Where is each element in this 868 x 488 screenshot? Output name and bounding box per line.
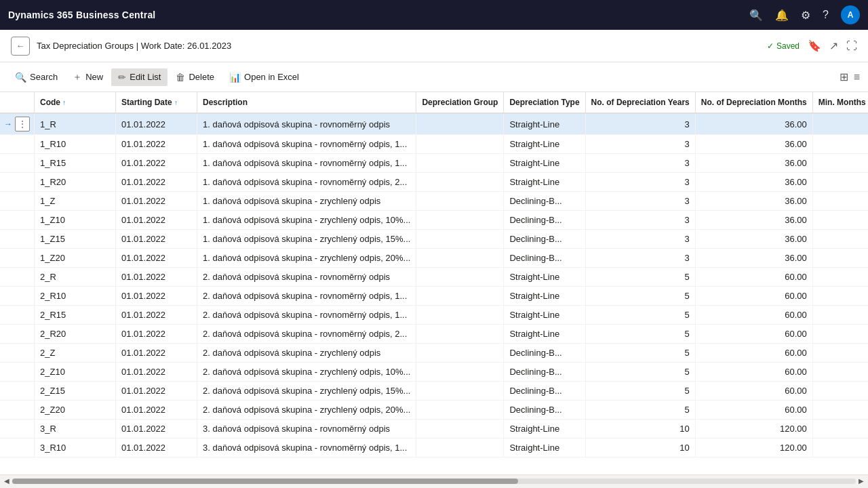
scroll-right-button[interactable]: ▶ (856, 477, 867, 485)
depreciation-group-cell (416, 420, 504, 439)
edit-list-label: Edit List (130, 72, 161, 82)
table-row[interactable]: 2_Z2001.01.20222. daňová odpisová skupin… (0, 401, 868, 420)
depreciation-months-cell: 120.00 (695, 439, 812, 458)
depreciation-years-cell: 5 (585, 306, 695, 325)
table-row[interactable]: 1_R1501.01.20221. daňová odpisová skupin… (0, 154, 868, 173)
open-in-excel-button[interactable]: 📊 Open in Excel (222, 68, 306, 86)
depreciation-group-cell (416, 249, 504, 268)
depreciation-years-cell: 3 (585, 230, 695, 249)
depreciation-years-cell: 3 (585, 249, 695, 268)
table-header-row: Code ↑ Starting Date ↑ Description Depre… (0, 92, 868, 113)
columns-icon[interactable]: ≡ (854, 71, 860, 83)
no-of-depreciation-months-header[interactable]: No. of Depreciation Months (695, 92, 812, 113)
depreciation-type-header[interactable]: Depreciation Type (504, 92, 585, 113)
starting-date-cell: 01.01.2022 (116, 113, 197, 135)
table-row[interactable]: 3_R1001.01.20223. daňová odpisová skupin… (0, 439, 868, 458)
depreciation-type-cell: Straight-Line (504, 135, 585, 154)
description-cell: 1. daňová odpisová skupina - rovnoměrný … (197, 113, 416, 135)
depreciation-years-cell: 5 (585, 401, 695, 420)
depreciation-years-cell: 5 (585, 287, 695, 306)
trash-icon: 🗑 (176, 72, 185, 83)
depreciation-years-cell: 3 (585, 154, 695, 173)
search-button[interactable]: 🔍 Search (8, 68, 64, 86)
search-icon: 🔍 (15, 72, 26, 83)
min-months-after-appreciation-cell (812, 249, 868, 268)
table-row[interactable]: 1_Z2001.01.20221. daňová odpisová skupin… (0, 249, 868, 268)
back-button[interactable]: ← (11, 37, 30, 56)
scroll-thumb[interactable] (12, 479, 518, 484)
depreciation-months-cell: 60.00 (695, 268, 812, 287)
row-indicator-cell (0, 382, 35, 401)
table-row[interactable]: 1_R2001.01.20221. daňová odpisová skupin… (0, 173, 868, 192)
saved-indicator: ✓ Saved (767, 41, 800, 51)
depreciation-group-header[interactable]: Depreciation Group (416, 92, 504, 113)
code-cell: 2_R15 (35, 306, 116, 325)
table-row[interactable]: 2_Z01.01.20222. daňová odpisová skupina … (0, 344, 868, 363)
table-row[interactable]: 1_Z01.01.20221. daňová odpisová skupina … (0, 192, 868, 211)
table-row[interactable]: 3_R01.01.20223. daňová odpisová skupina … (0, 420, 868, 439)
row-indicator-cell (0, 439, 35, 458)
code-header[interactable]: Code ↑ (35, 92, 116, 113)
share-icon[interactable]: ↗ (829, 39, 838, 52)
new-button[interactable]: ＋ New (66, 68, 110, 87)
starting-date-cell: 01.01.2022 (116, 439, 197, 458)
table-row[interactable]: 2_Z1501.01.20222. daňová odpisová skupin… (0, 382, 868, 401)
depreciation-months-cell: 36.00 (695, 192, 812, 211)
search-icon[interactable]: 🔍 (749, 9, 763, 22)
row-menu-button[interactable]: ⋮ (15, 117, 30, 131)
expand-icon[interactable]: ⛶ (846, 40, 857, 52)
table-container[interactable]: Code ↑ Starting Date ↑ Description Depre… (0, 92, 868, 474)
scroll-track[interactable] (12, 479, 856, 484)
code-cell: 2_Z20 (35, 401, 116, 420)
filter-icon[interactable]: ⊞ (840, 70, 848, 83)
scroll-left-button[interactable]: ◀ (1, 477, 12, 485)
row-indicator-cell (0, 268, 35, 287)
depreciation-months-cell: 60.00 (695, 344, 812, 363)
code-cell: 2_R (35, 268, 116, 287)
row-indicator-cell (0, 249, 35, 268)
saved-label: Saved (776, 41, 800, 51)
starting-date-cell: 01.01.2022 (116, 135, 197, 154)
depreciation-months-cell: 36.00 (695, 113, 812, 135)
min-months-after-appreciation-cell (812, 154, 868, 173)
table-row[interactable]: 2_Z1001.01.20222. daňová odpisová skupin… (0, 363, 868, 382)
row-indicator-cell (0, 306, 35, 325)
horizontal-scrollbar[interactable]: ◀ ▶ (0, 474, 868, 487)
depreciation-months-cell: 60.00 (695, 306, 812, 325)
table-row[interactable]: 2_R1001.01.20222. daňová odpisová skupin… (0, 287, 868, 306)
min-months-after-appreciation-cell (812, 363, 868, 382)
description-header[interactable]: Description (197, 92, 416, 113)
depreciation-type-cell: Straight-Line (504, 439, 585, 458)
depreciation-group-cell (416, 113, 504, 135)
description-cell: 2. daňová odpisová skupina - rovnoměrný … (197, 325, 416, 344)
table-row[interactable]: 1_Z1001.01.20221. daňová odpisová skupin… (0, 211, 868, 230)
table-row[interactable]: 2_R01.01.20222. daňová odpisová skupina … (0, 268, 868, 287)
new-label: New (85, 72, 103, 82)
sort-indicator-date: ↑ (174, 99, 178, 106)
edit-list-button[interactable]: ✏ Edit List (111, 68, 167, 86)
row-indicator-cell (0, 173, 35, 192)
depreciation-type-cell: Straight-Line (504, 420, 585, 439)
depreciation-group-cell (416, 135, 504, 154)
table-row[interactable]: 1_Z1501.01.20221. daňová odpisová skupin… (0, 230, 868, 249)
min-months-after-appreciation-cell (812, 420, 868, 439)
table-row[interactable]: →⋮1_R01.01.20221. daňová odpisová skupin… (0, 113, 868, 135)
depreciation-group-cell (416, 287, 504, 306)
row-indicator-cell (0, 287, 35, 306)
table-row[interactable]: 2_R1501.01.20222. daňová odpisová skupin… (0, 306, 868, 325)
code-cell: 2_Z15 (35, 382, 116, 401)
bookmark-icon[interactable]: 🔖 (808, 39, 821, 52)
delete-button[interactable]: 🗑 Delete (169, 68, 221, 86)
min-months-after-appreciation-header[interactable]: Min. Months After Appreciation (812, 92, 868, 113)
no-of-depreciation-years-header[interactable]: No. of Depreciation Years (585, 92, 695, 113)
starting-date-cell: 01.01.2022 (116, 211, 197, 230)
table-row[interactable]: 2_R2001.01.20222. daňová odpisová skupin… (0, 325, 868, 344)
starting-date-header[interactable]: Starting Date ↑ (116, 92, 197, 113)
help-icon[interactable]: ? (823, 9, 829, 21)
description-cell: 2. daňová odpisová skupina - rovnoměrný … (197, 268, 416, 287)
avatar[interactable]: A (841, 5, 860, 24)
settings-icon[interactable]: ⚙ (801, 9, 810, 22)
depreciation-months-cell: 36.00 (695, 135, 812, 154)
table-row[interactable]: 1_R1001.01.20221. daňová odpisová skupin… (0, 135, 868, 154)
bell-icon[interactable]: 🔔 (775, 9, 789, 22)
